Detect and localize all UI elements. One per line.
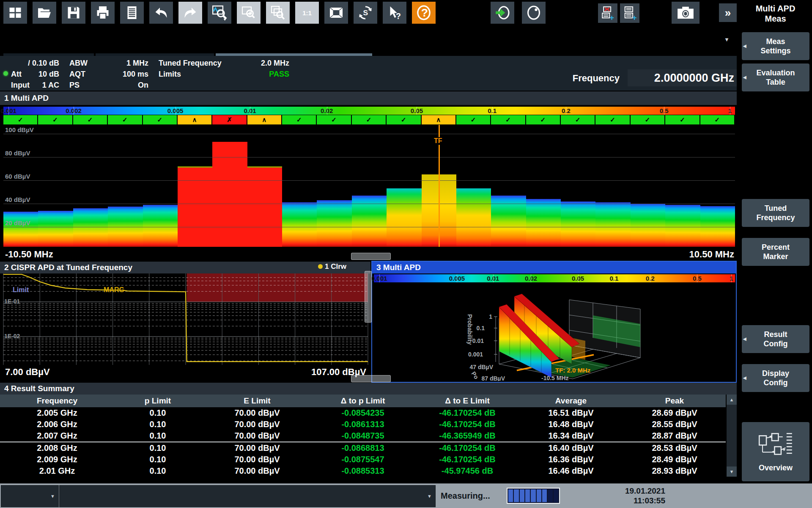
save-button[interactable]: [62, 2, 85, 24]
sync-button[interactable]: S: [354, 2, 377, 24]
limit-cell-pass[interactable]: ✓: [595, 115, 630, 124]
tab-dropdown-icon[interactable]: ▼: [724, 36, 730, 43]
limit-cell-check[interactable]: ∧: [247, 115, 282, 124]
scale-tick: [250, 107, 250, 115]
zoom-1to1-icon: 1:1: [302, 9, 312, 17]
overlap-zoom-button[interactable]: [266, 2, 290, 24]
svg-text:+: +: [609, 13, 614, 20]
window2-plot[interactable]: [0, 273, 370, 365]
scale-tick: [531, 274, 531, 282]
softkey-result-config[interactable]: ◀ResultConfig: [742, 325, 809, 353]
report-button[interactable]: [120, 2, 144, 24]
softkey-overview[interactable]: Overview: [742, 422, 809, 481]
context-help-button[interactable]: ?: [383, 2, 406, 24]
limit-cell-pass[interactable]: ✓: [108, 115, 143, 124]
softkey-tuned-frequency[interactable]: TunedFrequency: [742, 199, 809, 227]
limit-cell-pass[interactable]: ✓: [317, 115, 351, 124]
frequency-field[interactable]: 2.0000000 GHz: [628, 69, 737, 86]
undo-button[interactable]: [149, 2, 173, 24]
window2-trace-legend[interactable]: 1 Clrw: [318, 262, 346, 271]
add-window-button[interactable]: +: [620, 3, 639, 23]
limit-cell-pass[interactable]: ✓: [700, 115, 735, 124]
table-row[interactable]: 2.007 GHz0.1070.00 dBµV-0.0848735-46.365…: [0, 430, 726, 442]
toolbar-more-button[interactable]: »: [719, 3, 737, 22]
status-dropdown-wide[interactable]: ▼: [59, 485, 436, 507]
table-cell: 0.10: [150, 407, 166, 419]
print-button[interactable]: [91, 2, 115, 24]
setting-value[interactable]: PASS: [230, 69, 289, 80]
softkey-percent-marker[interactable]: PercentMarker: [742, 238, 809, 266]
softkey-submenu-arrow-icon: ◀: [743, 73, 746, 82]
scroll-up-button[interactable]: ▲: [727, 395, 737, 405]
screenshot-button[interactable]: [672, 2, 700, 24]
multi-zoom-button[interactable]: [237, 2, 261, 24]
zoom-1to1-button[interactable]: 1:1: [295, 2, 319, 24]
limit-cell-check[interactable]: ∧: [422, 115, 456, 124]
input-signal-button[interactable]: [491, 2, 514, 24]
limit-cell-fail[interactable]: ✗: [212, 115, 247, 124]
table-scrollbar[interactable]: ▲ ▼: [727, 395, 737, 477]
datetime-display: 19.01.2021 11:03:55: [592, 486, 665, 505]
splitter-handle-vertical[interactable]: [365, 271, 372, 323]
delete-window-button[interactable]: +: [598, 3, 617, 23]
limit-cell-pass[interactable]: ✓: [561, 115, 595, 124]
limit-cell-pass[interactable]: ✓: [352, 115, 387, 124]
setting-value[interactable]: On: [98, 80, 148, 91]
table-cell: 70.00 dBµV: [234, 454, 280, 465]
window1-plot[interactable]: [3, 125, 735, 247]
table-cell: 0.10: [150, 430, 166, 442]
scale-tick: [176, 107, 176, 115]
limit-cell-pass[interactable]: ✓: [387, 115, 421, 124]
limit-cell-pass[interactable]: ✓: [631, 115, 665, 124]
display-frame-button[interactable]: [324, 2, 348, 24]
window3-titlebar[interactable]: 3 Multi APD: [372, 262, 736, 273]
window2-titlebar[interactable]: 2 CISPR APD at Tuned Frequency: [0, 262, 370, 273]
window1-xmin-label: -10.50 MHz: [5, 249, 53, 260]
limit-cell-pass[interactable]: ✓: [526, 115, 561, 124]
scroll-down-button[interactable]: ▼: [727, 467, 737, 477]
table-cell: -45.97456 dB: [442, 465, 493, 477]
limit-cell-pass[interactable]: ✓: [665, 115, 700, 124]
window4-titlebar[interactable]: 4 Result Summary: [0, 383, 737, 395]
softkey-meas-settings[interactable]: ◀MeasSettings: [742, 32, 809, 60]
limit-cell-pass[interactable]: ✓: [491, 115, 526, 124]
window1-titlebar[interactable]: 1 Multi APD: [0, 91, 737, 105]
help-button[interactable]: ?: [412, 2, 436, 24]
redo-button[interactable]: [178, 2, 202, 24]
table-row[interactable]: 2.01 GHz0.1070.00 dBµV-0.0885313-45.9745…: [0, 465, 726, 477]
table-cell: 2.005 GHz: [37, 407, 77, 419]
table-row[interactable]: 2.008 GHz0.1070.00 dBµV-0.0868813-46.170…: [0, 442, 726, 454]
softkey-evaluation-table[interactable]: ◀EvaluationTable: [742, 64, 809, 91]
progress-segment: [531, 489, 535, 502]
limit-cell-pass[interactable]: ✓: [38, 115, 73, 124]
zoom-trace-button[interactable]: [208, 2, 231, 24]
scale-tick: [650, 274, 650, 282]
splitter-handle-bottom[interactable]: [351, 375, 391, 382]
scale-tick: [8, 107, 9, 115]
splitter-handle-top[interactable]: [351, 253, 391, 260]
table-column-header: Δ to E Limit: [445, 395, 489, 407]
table-row[interactable]: 2.006 GHz0.1070.00 dBµV-0.0861313-46.170…: [0, 419, 726, 430]
apd-bin: [387, 188, 421, 247]
limit-cell-pass[interactable]: ✓: [143, 115, 178, 124]
status-dropdown-small[interactable]: ▼: [1, 485, 59, 507]
limit-cell-pass[interactable]: ✓: [73, 115, 108, 124]
limit-line-label: Limit: [13, 286, 29, 294]
multi-zoom-icon: [241, 5, 256, 20]
setting-value[interactable]: 2.0 MHz: [230, 58, 289, 69]
knob-button[interactable]: [522, 2, 546, 24]
softkey-display-config[interactable]: ◀DisplayConfig: [742, 364, 809, 392]
progress-segment: [520, 489, 524, 502]
open-button[interactable]: [33, 2, 56, 24]
home-button[interactable]: [3, 2, 27, 24]
table-row[interactable]: 2.009 GHz0.1070.00 dBµV-0.0875547-46.170…: [0, 454, 726, 465]
limit-cell-check[interactable]: ∧: [178, 115, 212, 124]
window3-3d-plot[interactable]: 1 0.1 0.01 0.001 47 dBµV 87 dBµV Probabi…: [374, 284, 735, 381]
limit-cell-pass[interactable]: ✓: [456, 115, 491, 124]
svg-text:S: S: [363, 8, 368, 17]
apd-bin: [38, 211, 73, 247]
limit-cell-pass[interactable]: ✓: [282, 115, 317, 124]
table-row[interactable]: 2.005 GHz0.1070.00 dBµV-0.0854235-46.170…: [0, 407, 726, 419]
sync-s-icon: S: [357, 5, 373, 21]
limit-cell-pass[interactable]: ✓: [3, 115, 38, 124]
